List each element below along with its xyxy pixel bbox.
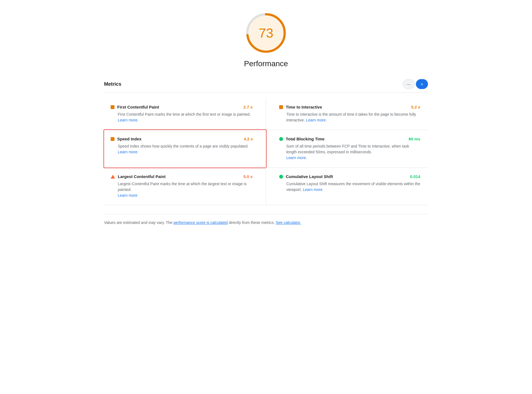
score-section: 73 Performance [104,11,428,68]
performance-score-link[interactable]: performance score is calculated [173,220,228,225]
cls-icon [279,175,283,179]
list-view-button[interactable]: — [403,79,415,89]
fcp-name: First Contentful Paint [117,105,159,109]
tbt-learn-more[interactable]: Learn more [286,156,306,160]
tbt-icon [279,137,283,141]
lcp-learn-more[interactable]: Learn more [118,193,138,198]
si-name: Speed Index [117,137,141,141]
view-toggle: — ≡ [403,79,428,89]
metric-lcp-header: Largest Contentful Paint 5.0 s [111,174,253,179]
lcp-value: 5.0 s [243,174,253,179]
score-circle: 73 [244,11,288,55]
metric-si-header: Speed Index 4.2 s [111,137,253,141]
tbt-value: 80 ms [408,137,420,141]
cls-description: Cumulative Layout Shift measures the mov… [279,181,420,193]
cls-value: 0.014 [410,174,420,179]
metric-cls-header: Cumulative Layout Shift 0.014 [279,174,420,179]
footer-note: Values are estimated and may vary. The p… [104,214,428,226]
tti-description: Time to interactive is the amount of tim… [279,112,420,123]
fcp-icon [111,105,114,109]
score-value: 73 [259,26,273,41]
metric-tbt: Total Blocking Time 80 ms Sum of all tim… [266,130,428,168]
metrics-title: Metrics [104,81,121,87]
score-label: Performance [244,59,288,68]
si-icon [111,137,114,141]
lcp-icon [111,175,115,179]
metric-fcp: First Contentful Paint 2.7 s First Conte… [104,98,266,130]
fcp-description: First Contentful Paint marks the time at… [111,112,253,123]
fcp-learn-more[interactable]: Learn more [118,118,138,122]
calculator-link[interactable]: See calculator. [276,220,301,225]
grid-view-button[interactable]: ≡ [416,79,428,89]
cls-name: Cumulative Layout Shift [286,174,333,179]
metric-tti-header: Time to Interactive 5.2 s [279,105,420,109]
metric-si: Speed Index 4.2 s Speed Index shows how … [103,129,267,168]
metrics-grid: First Contentful Paint 2.7 s First Conte… [104,98,428,205]
metrics-header: Metrics — ≡ [104,79,428,93]
metric-fcp-header: First Contentful Paint 2.7 s [111,105,253,109]
tti-value: 5.2 s [411,105,420,109]
tti-learn-more[interactable]: Learn more [306,118,326,122]
metric-tti: Time to Interactive 5.2 s Time to intera… [266,98,428,130]
si-value: 4.2 s [244,137,253,141]
tbt-name: Total Blocking Time [286,137,324,141]
metric-cls: Cumulative Layout Shift 0.014 Cumulative… [266,168,428,205]
cls-learn-more[interactable]: Learn more [303,187,323,192]
lcp-description: Largest Contentful Paint marks the time … [111,181,253,198]
si-description: Speed Index shows how quickly the conten… [111,143,253,155]
si-learn-more[interactable]: Learn more [118,150,138,154]
fcp-value: 2.7 s [243,105,253,109]
metric-tbt-header: Total Blocking Time 80 ms [279,137,420,141]
lcp-name: Largest Contentful Paint [118,174,166,179]
metric-lcp: Largest Contentful Paint 5.0 s Largest C… [104,168,266,205]
footer-text-middle: directly from these metrics. [228,220,276,225]
tti-name: Time to Interactive [286,105,322,109]
tbt-description: Sum of all time periods between FCP and … [279,143,420,161]
footer-text-before: Values are estimated and may vary. The [104,220,173,225]
tti-icon [279,105,283,109]
